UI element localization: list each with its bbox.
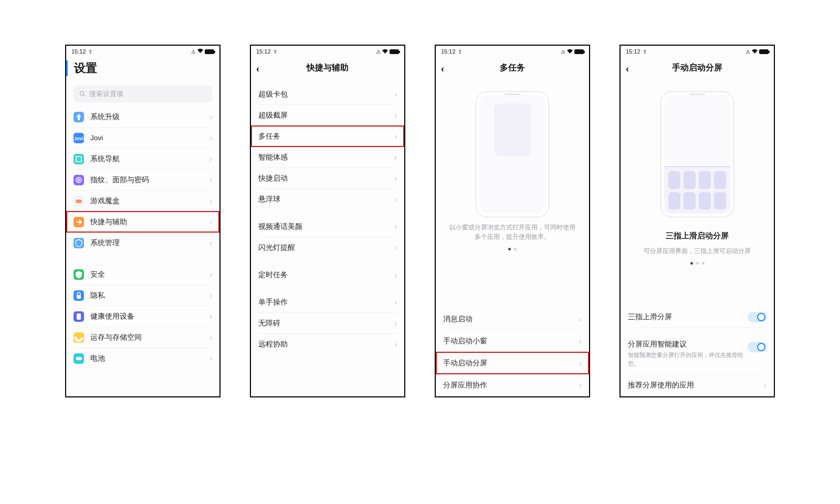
row-label: 单手操作 [258,298,288,307]
row-label: 安全 [90,270,105,279]
chevron-right-icon: › [209,175,212,185]
settings-row-nav[interactable]: 系统导航› [74,149,212,170]
settings-row-bio[interactable]: 指纹、面部与密码› [74,170,212,191]
back-button[interactable]: ‹ [626,64,629,75]
row-label: 健康使用设备 [90,312,134,321]
chevron-right-icon: › [209,217,212,227]
settings-row-storage[interactable]: 运存与存储空间› [74,327,212,348]
page-title: 手动启动分屏 [672,62,722,74]
settings-row-lock[interactable]: 隐私› [74,285,212,306]
row-label: 分屏应用智能建议 [628,340,766,349]
chevron-right-icon: › [764,381,766,390]
row-label: 远程协助 [258,340,288,349]
menu-row[interactable]: 超级截屏› [258,105,397,126]
chevron-right-icon: › [394,111,397,120]
chevron-right-icon: › [394,340,397,349]
chevron-right-icon: › [394,298,397,307]
multitask-options: 消息启动›手动启动小窗›手动启动分屏›分屏应用协作› [436,308,589,396]
three-finger-swipe-row[interactable]: 三指上滑分屏 [628,306,766,328]
search-placeholder: 搜索设置项 [89,89,123,99]
menu-row[interactable]: 定时任务› [258,265,397,286]
highlight-annotation [66,211,219,233]
row-label: 定时任务 [258,270,288,280]
row-label: 多任务 [258,132,280,141]
splitscreen-options: 三指上滑分屏 分屏应用智能建议 智能预测您要分屏打开的应用，并优先推荐给您。 推… [621,306,774,396]
illustration: 以小窗或分屏浏览方式打开应用，可同时使用多个应用，提升使用效率。 [436,81,589,292]
back-button[interactable]: ‹ [441,64,444,75]
toggle-switch[interactable] [748,342,766,352]
settings-row-shortcut[interactable]: 快捷与辅助› [74,212,212,233]
page-dots [690,262,705,265]
menu-row[interactable]: 超级卡包› [258,84,397,105]
multitask-row[interactable]: 消息启动› [443,308,582,330]
svg-line-1 [83,95,85,97]
menu-row[interactable]: 视频通话美颜› [258,216,397,237]
svg-point-5 [78,179,80,181]
row-label: 系统管理 [90,238,120,248]
menu-row[interactable]: 悬浮球› [258,189,397,210]
back-button[interactable]: ‹ [256,64,259,75]
wifi-icon [197,48,204,55]
page-title: 快捷与辅助 [307,62,349,74]
status-bar: 15:12 ⇪ ⚠ [66,46,219,57]
chevron-right-icon: › [209,133,212,143]
multitask-row[interactable]: 分屏应用协作› [443,374,582,396]
chevron-right-icon: › [209,312,212,321]
menu-row[interactable]: 智能体感› [258,147,397,168]
recommended-apps-row[interactable]: 推荐分屏使用的应用 › [628,374,766,396]
mini-phone-illustration [660,91,734,217]
svg-text:Jovi: Jovi [74,136,83,141]
multitask-row[interactable]: 手动启动分屏› [443,352,582,374]
menu-row[interactable]: 无障碍› [258,313,397,334]
storage-icon [74,332,84,343]
row-label: 快捷启动 [258,174,288,183]
chevron-right-icon: › [394,243,397,253]
svg-point-4 [76,177,81,183]
menu-row[interactable]: 闪光灯提醒› [258,237,397,258]
svg-rect-3 [76,156,81,162]
toggle-switch[interactable] [748,312,766,322]
menu-row[interactable]: 快捷启动› [258,168,397,189]
health-icon [74,311,84,322]
settings-row-upgrade[interactable]: 系统升级› [74,107,212,128]
menu-row[interactable]: 多任务› [258,126,397,147]
mute-icon: ⇪ [88,49,92,55]
game-icon [74,196,84,206]
menu-row[interactable]: 远程协助› [258,334,397,355]
page-dots [508,248,517,250]
no-sim-icon: ⚠ [191,49,196,55]
battery-icon [74,353,84,364]
row-label: 游戏魔盒 [90,196,120,206]
chevron-right-icon: › [394,90,397,99]
row-label: 运存与存储空间 [90,333,142,342]
smart-suggest-row[interactable]: 分屏应用智能建议 智能预测您要分屏打开的应用，并优先推荐给您。 [628,334,766,374]
chevron-right-icon: › [394,132,397,141]
chevron-right-icon: › [394,222,397,232]
jovi-icon: Jovi [74,133,84,143]
chevron-right-icon: › [394,174,397,183]
search-input[interactable]: 搜索设置项 [74,86,212,102]
lock-icon [74,290,84,301]
chevron-right-icon: › [209,333,212,342]
chevron-right-icon: › [579,337,582,346]
battery-icon [205,49,214,54]
row-label: Jovi [90,134,103,142]
chevron-right-icon: › [209,112,212,122]
settings-row-jovi[interactable]: JoviJovi› [74,128,212,149]
svg-rect-9 [77,295,81,299]
svg-rect-6 [76,200,82,203]
chevron-right-icon: › [209,354,212,363]
row-description: 智能预测您要分屏打开的应用，并优先推荐给您。 [628,351,766,368]
settings-row-health[interactable]: 健康使用设备› [74,306,212,327]
row-label: 无障碍 [258,319,280,328]
row-label: 智能体感 [258,153,288,162]
upgrade-icon [74,112,84,122]
settings-row-system[interactable]: 系统管理› [74,233,212,254]
settings-row-shield[interactable]: 安全› [74,264,212,285]
multitask-row[interactable]: 手动启动小窗› [443,330,582,352]
illustration-sub: 可分屏应用界面，三指上滑可启动分屏 [631,246,763,256]
chevron-right-icon: › [394,270,397,280]
settings-row-battery[interactable]: 电池› [74,348,212,369]
settings-row-game[interactable]: 游戏魔盒› [74,191,212,212]
menu-row[interactable]: 单手操作› [258,292,397,313]
